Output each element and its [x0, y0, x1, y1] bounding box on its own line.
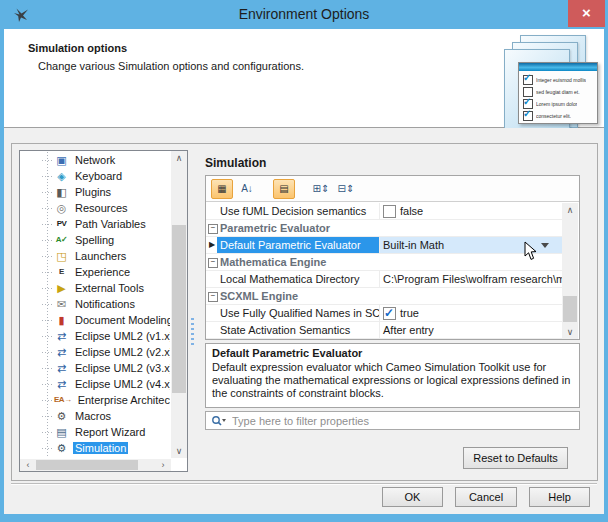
categorize-icon: ▦	[217, 183, 226, 194]
illustration-check-row: Integer euismod mollis	[523, 74, 595, 86]
reset-to-defaults-button[interactable]: Reset to Defaults	[463, 447, 568, 469]
tree-item-enterprise-architect-im[interactable]: EA→ Enterprise Architect Im	[20, 392, 170, 408]
tree-item-experience[interactable]: E Experience	[20, 264, 170, 280]
checkbox[interactable]	[383, 307, 396, 320]
property-row-default-parametric-evaluator[interactable]: ▶ Default Parametric Evaluator Built-in …	[206, 237, 563, 254]
expand-all-button[interactable]: ⊞⇕	[310, 179, 332, 199]
close-button[interactable]: ×	[568, 0, 605, 27]
property-name-cell: ▶ − Mathematica Engine	[206, 254, 379, 270]
tree-guide	[42, 288, 54, 289]
scrollbar-thumb[interactable]	[36, 460, 138, 470]
scrollbar-thumb[interactable]	[563, 296, 577, 322]
tree-guide	[42, 352, 54, 353]
tree-horizontal-scrollbar[interactable]: ‹ ›	[20, 459, 171, 471]
description-body: Default expression evaluator which Cameo…	[212, 361, 573, 400]
collapse-section-icon[interactable]: −	[208, 258, 218, 268]
collapse-section-icon[interactable]: −	[208, 292, 218, 302]
expander-icon[interactable]: ▶	[209, 237, 215, 253]
tree-item-plugins[interactable]: ◧ Plugins	[20, 184, 170, 200]
property-name-cell: ▶ − Parametric Evaluator	[206, 220, 379, 236]
page-subtitle: Change various Simulation options and co…	[38, 60, 304, 72]
tree-guide	[42, 304, 54, 305]
illustration-check-row: consectetur elit.	[523, 110, 595, 122]
property-row-use-fully-qualified-names-in-sc[interactable]: ▶ Use Fully Qualified Names in SC... tru…	[206, 305, 563, 322]
property-value: Built-in Math	[383, 237, 444, 253]
section-row-parametric-evaluator[interactable]: ▶ − Parametric Evaluator	[206, 220, 563, 237]
property-name-cell: ▶ Use fUML Decision semantics	[206, 203, 379, 219]
tree-item-keyboard[interactable]: ◈ Keyboard	[20, 168, 170, 184]
collapse-all-button[interactable]: ⊟⇕	[335, 179, 357, 199]
property-value-cell[interactable]: false	[379, 203, 563, 219]
tree-item-notifications[interactable]: ✉ Notifications	[20, 296, 170, 312]
scrollbar-thumb[interactable]	[172, 225, 186, 393]
tree-item-eclipse-uml2-v2-x-xm[interactable]: ⇄ Eclipse UML2 (v2.x) XM	[20, 344, 170, 360]
property-name: Use fUML Decision semantics	[220, 205, 366, 217]
dropdown-arrow-icon[interactable]	[541, 243, 549, 248]
checkbox[interactable]	[383, 205, 396, 218]
table-vertical-scrollbar[interactable]: ∧ ∨	[562, 203, 578, 339]
scroll-left-icon[interactable]: ‹	[22, 459, 34, 471]
scroll-up-icon[interactable]: ∧	[171, 151, 187, 165]
tree-item-spelling[interactable]: A✓ Spelling	[20, 232, 170, 248]
scroll-down-icon[interactable]: ∨	[171, 444, 187, 458]
filter-field[interactable]	[205, 411, 580, 430]
scroll-up-icon[interactable]: ∧	[562, 203, 578, 217]
property-row-local-mathematica-directory[interactable]: ▶ Local Mathematica Directory C:\Program…	[206, 271, 563, 288]
splitter-handle[interactable]	[191, 318, 194, 348]
tree-guide	[42, 400, 54, 401]
tree-item-report-wizard[interactable]: ▤ Report Wizard	[20, 424, 170, 440]
tree-guide	[42, 176, 54, 177]
path-variables-icon: PV	[54, 218, 69, 231]
property-row-state-activation-semantics[interactable]: ▶ State Activation Semantics After entry	[206, 322, 563, 339]
categorize-button[interactable]: ▦	[211, 179, 233, 199]
ok-button[interactable]: OK	[382, 487, 443, 507]
tree-item-eclipse-uml2-v4-x-xm[interactable]: ⇄ Eclipse UML2 (v4.x) XM	[20, 376, 170, 392]
tree-item-eclipse-uml2-v3-x-xm[interactable]: ⇄ Eclipse UML2 (v3.x) XM	[20, 360, 170, 376]
tree-item-simulation[interactable]: ⚙ Simulation	[20, 440, 170, 456]
tree-guide	[42, 256, 54, 257]
xmi-transfer-icon: ⇄	[54, 346, 69, 359]
tree-item-launchers[interactable]: ◳ Launchers	[20, 248, 170, 264]
tree-item-external-tools[interactable]: ▶ External Tools	[20, 280, 170, 296]
tree-item-label: Simulation	[73, 442, 128, 454]
property-value-cell[interactable]: C:\Program Files\wolfram research\ma	[379, 271, 563, 287]
tree-guide	[42, 432, 54, 433]
property-value-cell[interactable]: Built-in Math	[379, 237, 563, 253]
property-value-cell[interactable]: true	[379, 305, 563, 321]
property-value-cell[interactable]: After entry	[379, 322, 563, 338]
description-title: Default Parametric Evaluator	[212, 347, 573, 359]
scroll-right-icon[interactable]: ›	[157, 459, 169, 471]
section-row-mathematica-engine[interactable]: ▶ − Mathematica Engine	[206, 254, 563, 271]
property-row-use-fuml-decision-semantics[interactable]: ▶ Use fUML Decision semantics false	[206, 203, 563, 220]
sort-alphabetically-button[interactable]: A↓	[236, 179, 258, 199]
tree-guide	[42, 272, 54, 273]
tree-item-eclipse-uml2-v1-x-xm[interactable]: ⇄ Eclipse UML2 (v1.x) XM	[20, 328, 170, 344]
tree-item-label: Eclipse UML2 (v4.x) XM	[73, 378, 170, 390]
collapse-section-icon[interactable]: −	[208, 224, 218, 234]
tree-item-macros[interactable]: ⚙ Macros	[20, 408, 170, 424]
property-name: Use Fully Qualified Names in SC...	[220, 307, 379, 319]
tree-item-network[interactable]: ▣ Network	[20, 152, 170, 168]
property-value: C:\Program Files\wolfram research\ma	[383, 271, 563, 287]
search-icon	[211, 415, 226, 427]
property-value: After entry	[383, 322, 434, 338]
properties-grid: ▶ Use fUML Decision semantics false ▶ − …	[206, 203, 563, 339]
filter-input[interactable]	[230, 414, 579, 428]
cancel-button[interactable]: Cancel	[455, 487, 517, 507]
show-description-button[interactable]: ▤	[273, 179, 295, 199]
section-row-scxml-engine[interactable]: ▶ − SCXML Engine	[206, 288, 563, 305]
options-tree: ▣ Network ◈ Keyboard ◧ Plugins ◎ Resourc…	[19, 150, 188, 472]
tree-item-label: Eclipse UML2 (v3.x) XM	[73, 362, 170, 374]
tree-vertical-scrollbar[interactable]: ∧ ∨	[171, 151, 187, 458]
network-icon: ▣	[54, 154, 69, 167]
tree-guide	[42, 336, 54, 337]
collapse-all-icon: ⊟⇕	[338, 183, 355, 194]
tree-item-path-variables[interactable]: PV Path Variables	[20, 216, 170, 232]
tree-item-label: Path Variables	[73, 218, 148, 230]
notifications-icon: ✉	[54, 298, 69, 311]
tree-item-resources[interactable]: ◎ Resources	[20, 200, 170, 216]
scroll-down-icon[interactable]: ∨	[562, 325, 578, 339]
spelling-icon: A✓	[54, 234, 69, 247]
help-button[interactable]: Help	[529, 487, 590, 507]
tree-item-document-modeling[interactable]: ▮ Document Modeling	[20, 312, 170, 328]
